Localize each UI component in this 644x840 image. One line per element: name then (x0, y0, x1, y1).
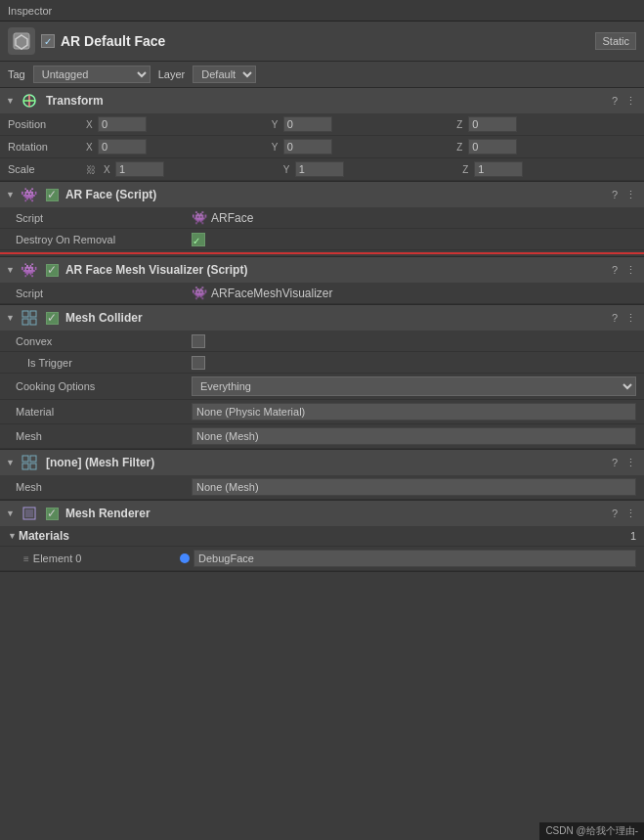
collider-material-label: Material (16, 406, 192, 418)
transform-header[interactable]: ▼ Transform ? ⋮ (0, 88, 644, 113)
mesh-filter-help-btn[interactable]: ? (610, 457, 620, 469)
is-trigger-row: Is Trigger (0, 352, 644, 374)
ar-face-mesh-script-value: 👾 ARFaceMeshVisualizer (192, 286, 636, 300)
position-z-input[interactable] (468, 116, 517, 132)
svg-rect-6 (30, 311, 36, 317)
position-y-label: Y (272, 119, 281, 130)
svg-rect-9 (22, 456, 28, 462)
scale-row: Scale ⛓ X Y Z (0, 158, 644, 181)
ar-face-help-btn[interactable]: ? (610, 189, 620, 201)
ar-face-mesh-title: AR Face Mesh Visualizer (Script) (65, 263, 606, 277)
position-x-input[interactable] (98, 116, 147, 132)
ar-face-mesh-header[interactable]: ▼ 👾 ✓ AR Face Mesh Visualizer (Script) ?… (0, 257, 644, 283)
mesh-collider-settings-btn[interactable]: ⋮ (623, 312, 638, 325)
transform-chevron: ▼ (6, 96, 15, 106)
convex-label: Convex (16, 335, 192, 347)
static-button[interactable]: Static (595, 32, 636, 50)
scale-x-label: X (104, 164, 113, 175)
collider-material-value (192, 403, 636, 420)
mesh-collider-header[interactable]: ▼ ✓ Mesh Collider ? ⋮ (0, 305, 644, 331)
position-row: Position X Y Z (0, 113, 644, 136)
ar-face-checkbox[interactable]: ✓ (46, 189, 59, 201)
mesh-renderer-icon (21, 505, 38, 522)
footer-watermark: CSDN @给我个理由- (539, 822, 644, 840)
ar-face-script-label: Script (16, 212, 192, 224)
ar-face-header[interactable]: ▼ 👾 ✓ AR Face (Script) ? ⋮ (0, 182, 644, 207)
mesh-collider-help-btn[interactable]: ? (610, 312, 620, 325)
svg-rect-11 (22, 464, 28, 469)
rotation-row: Rotation X Y Z (0, 136, 644, 158)
mesh-renderer-help-btn[interactable]: ? (610, 508, 620, 520)
position-y-input[interactable] (283, 116, 332, 132)
mesh-filter-header[interactable]: ▼ [none] (Mesh Filter) ? ⋮ (0, 450, 644, 475)
rotation-y-label: Y (272, 142, 281, 153)
mesh-collider-checkbox[interactable]: ✓ (46, 312, 59, 325)
object-enabled-checkbox[interactable]: ✓ (41, 34, 55, 48)
scale-y-label: Y (283, 164, 293, 175)
rotation-z-input[interactable] (468, 139, 517, 155)
scale-label: Scale (8, 163, 86, 175)
convex-checkbox[interactable] (192, 334, 205, 348)
rotation-x-input[interactable] (98, 139, 147, 155)
svg-rect-14 (25, 509, 33, 517)
collider-material-input[interactable] (192, 403, 636, 420)
scale-y-input[interactable] (295, 161, 344, 177)
destroy-on-removal-checkbox[interactable]: ✓ (192, 233, 205, 246)
ar-face-mesh-help-btn[interactable]: ? (610, 264, 620, 277)
tag-label: Tag (8, 68, 25, 80)
red-separator (0, 252, 644, 254)
transform-settings-btn[interactable]: ⋮ (623, 95, 638, 108)
is-trigger-value (192, 356, 636, 370)
inspector-header: Inspector (0, 0, 644, 22)
mesh-renderer-title: Mesh Renderer (65, 507, 606, 520)
svg-rect-10 (30, 456, 36, 462)
ar-face-mesh-settings-btn[interactable]: ⋮ (623, 264, 638, 277)
collider-mesh-label: Mesh (16, 430, 192, 442)
rotation-y-input[interactable] (283, 139, 332, 155)
mesh-filter-settings-btn[interactable]: ⋮ (623, 457, 638, 469)
rotation-x-group: X (86, 139, 266, 155)
element-0-text: Element 0 (33, 553, 82, 564)
rotation-z-label: Z (456, 142, 466, 153)
mesh-collider-actions: ? ⋮ (610, 312, 638, 325)
ar-face-icon: 👾 (21, 186, 38, 203)
is-trigger-checkbox[interactable] (192, 356, 205, 370)
layer-dropdown[interactable]: Default (193, 66, 256, 83)
tag-dropdown[interactable]: Untagged (33, 66, 150, 83)
ar-face-mesh-section: ▼ 👾 ✓ AR Face Mesh Visualizer (Script) ?… (0, 257, 644, 305)
filter-mesh-label: Mesh (16, 481, 192, 493)
cooking-options-row: Cooking Options Everything (0, 374, 644, 400)
ar-face-mesh-checkbox[interactable]: ✓ (46, 264, 59, 277)
collider-mesh-value (192, 427, 636, 445)
debug-face-icon (180, 553, 190, 563)
cooking-options-dropdown[interactable]: Everything (192, 376, 636, 396)
transform-title: Transform (46, 94, 606, 108)
scale-x-input[interactable] (115, 161, 164, 177)
mesh-renderer-settings-btn[interactable]: ⋮ (623, 508, 638, 520)
scale-y-group: Y (283, 161, 457, 177)
mesh-renderer-checkbox[interactable]: ✓ (46, 508, 59, 520)
mesh-renderer-header[interactable]: ▼ ✓ Mesh Renderer ? ⋮ (0, 501, 644, 526)
collider-mesh-input[interactable] (192, 427, 636, 445)
mesh-renderer-actions: ? ⋮ (610, 508, 638, 520)
scale-lock-icon: ⛓ (86, 164, 96, 175)
convex-value (192, 334, 636, 348)
mesh-filter-section: ▼ [none] (Mesh Filter) ? ⋮ Mesh (0, 450, 644, 501)
element-0-input[interactable] (193, 550, 636, 567)
ar-face-mesh-script-name: ARFaceMeshVisualizer (211, 287, 333, 300)
rotation-z-group: Z (456, 139, 636, 155)
ar-face-script-value: 👾 ARFace (192, 210, 636, 225)
transform-help-btn[interactable]: ? (610, 95, 620, 108)
scale-z-input[interactable] (474, 161, 523, 177)
ar-face-settings-btn[interactable]: ⋮ (623, 189, 638, 201)
object-name: AR Default Face (61, 33, 165, 49)
rotation-label: Rotation (8, 141, 86, 153)
mesh-filter-actions: ? ⋮ (610, 457, 638, 469)
mesh-filter-icon (21, 454, 38, 471)
rotation-x-label: X (86, 142, 96, 153)
ar-face-mesh-icon: 👾 (21, 261, 38, 279)
mesh-collider-chevron: ▼ (6, 313, 15, 323)
ar-face-mesh-script-label: Script (16, 287, 192, 299)
filter-mesh-value (192, 478, 636, 496)
filter-mesh-input[interactable] (192, 478, 636, 496)
